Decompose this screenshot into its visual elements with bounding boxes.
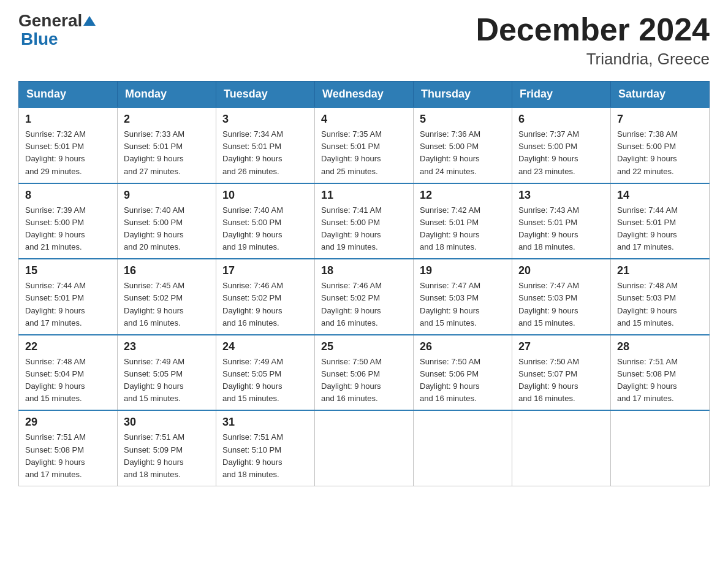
calendar-cell: 19 Sunrise: 7:47 AM Sunset: 5:03 PM Dayl…	[414, 259, 512, 335]
day-number: 15	[25, 264, 111, 277]
calendar-cell: 24 Sunrise: 7:49 AM Sunset: 5:05 PM Dayl…	[216, 335, 315, 411]
col-tuesday: Tuesday	[216, 82, 315, 108]
calendar-cell: 11 Sunrise: 7:41 AM Sunset: 5:00 PM Dayl…	[315, 183, 414, 259]
day-info: Sunrise: 7:32 AM Sunset: 5:01 PM Dayligh…	[25, 128, 111, 178]
day-number: 18	[321, 264, 407, 277]
day-info: Sunrise: 7:40 AM Sunset: 5:00 PM Dayligh…	[124, 204, 210, 254]
calendar-cell: 17 Sunrise: 7:46 AM Sunset: 5:02 PM Dayl…	[216, 259, 315, 335]
calendar-cell: 28 Sunrise: 7:51 AM Sunset: 5:08 PM Dayl…	[611, 335, 710, 411]
calendar-cell	[414, 410, 512, 486]
day-info: Sunrise: 7:47 AM Sunset: 5:03 PM Dayligh…	[420, 280, 506, 329]
calendar-cell: 20 Sunrise: 7:47 AM Sunset: 5:03 PM Dayl…	[512, 259, 611, 335]
day-number: 7	[617, 113, 703, 126]
calendar-cell: 30 Sunrise: 7:51 AM Sunset: 5:09 PM Dayl…	[118, 410, 216, 486]
day-number: 30	[124, 416, 210, 429]
day-number: 13	[518, 189, 604, 202]
calendar-cell: 29 Sunrise: 7:51 AM Sunset: 5:08 PM Dayl…	[19, 410, 118, 486]
calendar-cell: 12 Sunrise: 7:42 AM Sunset: 5:01 PM Dayl…	[414, 183, 512, 259]
day-info: Sunrise: 7:47 AM Sunset: 5:03 PM Dayligh…	[518, 280, 604, 329]
day-number: 9	[124, 189, 210, 202]
day-number: 14	[617, 189, 703, 202]
day-info: Sunrise: 7:51 AM Sunset: 5:08 PM Dayligh…	[25, 431, 111, 481]
calendar-title-area: December 2024 Triandria, Greece	[476, 12, 710, 69]
day-number: 10	[222, 189, 308, 202]
day-info: Sunrise: 7:48 AM Sunset: 5:04 PM Dayligh…	[25, 356, 111, 405]
calendar-cell: 22 Sunrise: 7:48 AM Sunset: 5:04 PM Dayl…	[19, 335, 118, 411]
calendar-cell	[611, 410, 710, 486]
day-info: Sunrise: 7:50 AM Sunset: 5:07 PM Dayligh…	[518, 356, 604, 405]
day-info: Sunrise: 7:44 AM Sunset: 5:01 PM Dayligh…	[25, 280, 111, 329]
day-number: 17	[222, 264, 308, 277]
week-row-4: 22 Sunrise: 7:48 AM Sunset: 5:04 PM Dayl…	[19, 335, 710, 411]
day-number: 25	[321, 340, 407, 353]
calendar-cell: 10 Sunrise: 7:40 AM Sunset: 5:00 PM Dayl…	[216, 183, 315, 259]
calendar-cell: 15 Sunrise: 7:44 AM Sunset: 5:01 PM Dayl…	[19, 259, 118, 335]
day-number: 31	[222, 416, 308, 429]
day-info: Sunrise: 7:45 AM Sunset: 5:02 PM Dayligh…	[124, 280, 210, 329]
day-info: Sunrise: 7:43 AM Sunset: 5:01 PM Dayligh…	[518, 204, 604, 254]
week-row-3: 15 Sunrise: 7:44 AM Sunset: 5:01 PM Dayl…	[19, 259, 710, 335]
week-row-1: 1 Sunrise: 7:32 AM Sunset: 5:01 PM Dayli…	[19, 107, 710, 183]
calendar-cell: 14 Sunrise: 7:44 AM Sunset: 5:01 PM Dayl…	[611, 183, 710, 259]
calendar-header-row: Sunday Monday Tuesday Wednesday Thursday…	[19, 82, 710, 108]
calendar-cell	[315, 410, 414, 486]
day-info: Sunrise: 7:40 AM Sunset: 5:00 PM Dayligh…	[222, 204, 308, 254]
day-info: Sunrise: 7:50 AM Sunset: 5:06 PM Dayligh…	[321, 356, 407, 405]
col-friday: Friday	[512, 82, 611, 108]
calendar-cell: 13 Sunrise: 7:43 AM Sunset: 5:01 PM Dayl…	[512, 183, 611, 259]
day-info: Sunrise: 7:38 AM Sunset: 5:00 PM Dayligh…	[617, 128, 703, 178]
col-monday: Monday	[118, 82, 216, 108]
day-number: 11	[321, 189, 407, 202]
day-info: Sunrise: 7:36 AM Sunset: 5:00 PM Dayligh…	[420, 128, 506, 178]
day-info: Sunrise: 7:46 AM Sunset: 5:02 PM Dayligh…	[222, 280, 308, 329]
day-number: 2	[124, 113, 210, 126]
calendar-cell: 6 Sunrise: 7:37 AM Sunset: 5:00 PM Dayli…	[512, 107, 611, 183]
day-info: Sunrise: 7:51 AM Sunset: 5:09 PM Dayligh…	[124, 431, 210, 481]
calendar-location: Triandria, Greece	[476, 50, 710, 69]
day-number: 5	[420, 113, 506, 126]
calendar-cell: 18 Sunrise: 7:46 AM Sunset: 5:02 PM Dayl…	[315, 259, 414, 335]
day-info: Sunrise: 7:50 AM Sunset: 5:06 PM Dayligh…	[420, 356, 506, 405]
day-number: 12	[420, 189, 506, 202]
logo: General Blue	[18, 12, 97, 49]
calendar-cell: 1 Sunrise: 7:32 AM Sunset: 5:01 PM Dayli…	[19, 107, 118, 183]
calendar-table: Sunday Monday Tuesday Wednesday Thursday…	[18, 81, 710, 486]
day-info: Sunrise: 7:46 AM Sunset: 5:02 PM Dayligh…	[321, 280, 407, 329]
calendar-cell: 7 Sunrise: 7:38 AM Sunset: 5:00 PM Dayli…	[611, 107, 710, 183]
day-info: Sunrise: 7:34 AM Sunset: 5:01 PM Dayligh…	[222, 128, 308, 178]
day-info: Sunrise: 7:51 AM Sunset: 5:08 PM Dayligh…	[617, 356, 703, 405]
day-number: 1	[25, 113, 111, 126]
day-number: 24	[222, 340, 308, 353]
day-info: Sunrise: 7:39 AM Sunset: 5:00 PM Dayligh…	[25, 204, 111, 254]
calendar-cell	[512, 410, 611, 486]
day-info: Sunrise: 7:49 AM Sunset: 5:05 PM Dayligh…	[124, 356, 210, 405]
calendar-cell: 8 Sunrise: 7:39 AM Sunset: 5:00 PM Dayli…	[19, 183, 118, 259]
logo-general-text: General	[18, 12, 82, 29]
calendar-cell: 9 Sunrise: 7:40 AM Sunset: 5:00 PM Dayli…	[118, 183, 216, 259]
week-row-2: 8 Sunrise: 7:39 AM Sunset: 5:00 PM Dayli…	[19, 183, 710, 259]
day-info: Sunrise: 7:37 AM Sunset: 5:00 PM Dayligh…	[518, 128, 604, 178]
logo-triangle-icon	[83, 16, 96, 26]
day-info: Sunrise: 7:35 AM Sunset: 5:01 PM Dayligh…	[321, 128, 407, 178]
calendar-cell: 26 Sunrise: 7:50 AM Sunset: 5:06 PM Dayl…	[414, 335, 512, 411]
calendar-cell: 5 Sunrise: 7:36 AM Sunset: 5:00 PM Dayli…	[414, 107, 512, 183]
calendar-month-year: December 2024	[476, 12, 710, 47]
day-number: 3	[222, 113, 308, 126]
logo-blue-text: Blue	[21, 29, 58, 48]
day-number: 28	[617, 340, 703, 353]
week-row-5: 29 Sunrise: 7:51 AM Sunset: 5:08 PM Dayl…	[19, 410, 710, 486]
col-wednesday: Wednesday	[315, 82, 414, 108]
page-header: General Blue December 2024 Triandria, Gr…	[18, 12, 710, 69]
day-number: 4	[321, 113, 407, 126]
col-sunday: Sunday	[19, 82, 118, 108]
day-number: 26	[420, 340, 506, 353]
day-number: 20	[518, 264, 604, 277]
day-info: Sunrise: 7:48 AM Sunset: 5:03 PM Dayligh…	[617, 280, 703, 329]
day-number: 16	[124, 264, 210, 277]
calendar-cell: 4 Sunrise: 7:35 AM Sunset: 5:01 PM Dayli…	[315, 107, 414, 183]
col-saturday: Saturday	[611, 82, 710, 108]
day-info: Sunrise: 7:49 AM Sunset: 5:05 PM Dayligh…	[222, 356, 308, 405]
calendar-cell: 31 Sunrise: 7:51 AM Sunset: 5:10 PM Dayl…	[216, 410, 315, 486]
day-number: 22	[25, 340, 111, 353]
day-number: 8	[25, 189, 111, 202]
